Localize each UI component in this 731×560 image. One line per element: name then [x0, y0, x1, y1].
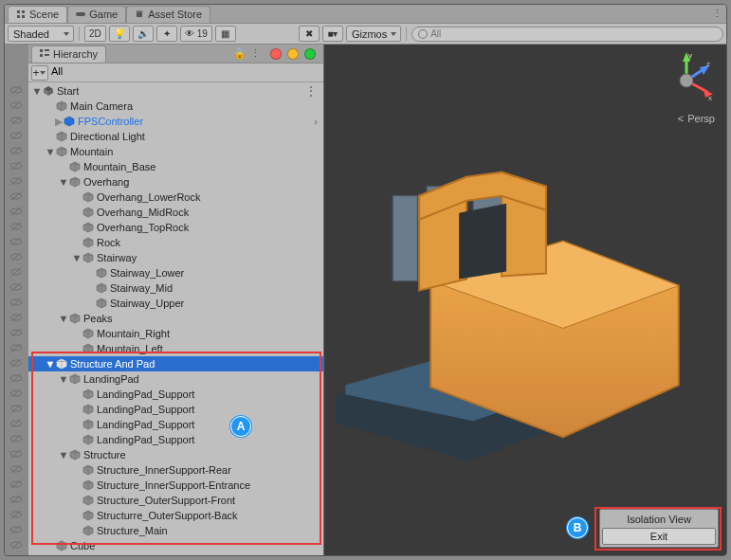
visibility-layers-button[interactable]: 👁 19 — [180, 26, 212, 42]
hierarchy-tab[interactable]: Hierarchy — [31, 45, 106, 63]
visibility-toggle[interactable] — [6, 492, 27, 507]
visibility-toggle[interactable] — [6, 386, 27, 401]
hierarchy-item[interactable]: ▼Structure — [28, 447, 323, 462]
hierarchy-item[interactable]: ▸Overhang_LowerRock — [28, 190, 323, 205]
hierarchy-item[interactable]: ▸LandingPad_Support — [28, 402, 323, 417]
visibility-toggle[interactable] — [6, 507, 27, 522]
hierarchy-item[interactable]: ▸Directional Light — [28, 129, 323, 144]
hierarchy-item[interactable]: ▸▶FPSController› — [28, 114, 323, 129]
visibility-toggle[interactable] — [6, 431, 27, 446]
expand-arrow-icon[interactable]: ▼ — [32, 85, 42, 97]
expand-arrow-icon[interactable]: ▼ — [46, 146, 55, 157]
hierarchy-item[interactable]: ▼Structure And Pad — [28, 356, 323, 371]
visibility-toggle[interactable] — [6, 173, 27, 189]
visibility-toggle[interactable] — [6, 461, 27, 477]
expand-arrow-icon[interactable]: ▼ — [59, 176, 68, 188]
close-window-button[interactable] — [270, 48, 282, 60]
hierarchy-item[interactable]: ▸Structure_Main — [28, 523, 323, 538]
visibility-toggle[interactable] — [6, 234, 27, 249]
hierarchy-item[interactable]: ▸Mountain_Right — [28, 326, 323, 341]
visibility-toggle[interactable] — [6, 325, 27, 340]
tab-asset-store[interactable]: Asset Store — [126, 6, 210, 23]
visibility-toggle[interactable] — [6, 537, 27, 552]
expand-arrow-icon[interactable]: ▼ — [59, 449, 68, 461]
visibility-toggle[interactable] — [6, 158, 27, 173]
hierarchy-item[interactable]: ▸Stairway_Lower — [28, 265, 323, 280]
visibility-toggle[interactable] — [6, 189, 27, 204]
hierarchy-item[interactable]: ▸Stairway_Mid — [28, 280, 323, 296]
hierarchy-item[interactable]: ▸LandingPad_Support — [28, 417, 323, 432]
expand-arrow-icon[interactable]: ▼ — [59, 313, 68, 324]
visibility-toggle[interactable] — [6, 280, 27, 295]
shading-mode-dropdown[interactable]: Shaded — [8, 26, 74, 42]
visibility-toggle[interactable] — [6, 264, 27, 280]
visibility-toggle[interactable] — [6, 477, 27, 492]
visibility-toggle[interactable] — [6, 522, 27, 537]
fx-dropdown[interactable]: ✦ — [156, 26, 177, 42]
visibility-toggle[interactable] — [6, 82, 27, 98]
visibility-toggle[interactable] — [6, 249, 27, 264]
hierarchy-item[interactable]: ▼Overhang — [28, 174, 323, 190]
visibility-toggle[interactable] — [6, 128, 27, 143]
hierarchy-item[interactable]: ▸Overhang_TopRock — [28, 220, 323, 235]
grid-toggle-button[interactable]: ▦ — [215, 26, 236, 42]
hierarchy-item[interactable]: ▸Cube — [28, 538, 323, 553]
hierarchy-item[interactable]: ▸Main Camera — [28, 99, 323, 114]
camera-projection-label[interactable]: Persp — [678, 113, 715, 124]
scene-search-input[interactable]: All — [411, 27, 723, 42]
tab-game[interactable]: Game — [67, 6, 126, 23]
toggle-2d-button[interactable]: 2D — [84, 26, 106, 42]
orientation-gizmo[interactable]: y x z — [658, 52, 715, 109]
scene-viewport[interactable]: y x z Persp Isolation View Exit B — [324, 45, 726, 555]
context-menu-icon[interactable]: ⋮ — [304, 83, 323, 99]
hierarchy-item[interactable]: ▸Overhang_MidRock — [28, 205, 323, 220]
visibility-toggle[interactable] — [6, 370, 27, 386]
hierarchy-tree[interactable]: ▼Start⋮▸Main Camera▸▶FPSController›▸Dire… — [28, 82, 323, 555]
hierarchy-add-button[interactable]: + — [31, 65, 48, 81]
toggle-lighting-button[interactable]: 💡 — [109, 26, 130, 42]
maximize-window-button[interactable] — [304, 48, 316, 60]
chevron-right-icon[interactable]: › — [314, 116, 323, 127]
expand-arrow-icon[interactable]: ▼ — [46, 358, 55, 370]
toggle-audio-button[interactable]: 🔊 — [133, 26, 154, 42]
hierarchy-item[interactable]: ▸Rock — [28, 235, 323, 250]
visibility-toggle[interactable] — [6, 295, 27, 310]
visibility-toggle[interactable] — [6, 416, 27, 431]
tools-button[interactable]: ✖ — [299, 26, 320, 42]
hierarchy-item[interactable]: ▼LandingPad — [28, 371, 323, 387]
visibility-toggle[interactable] — [6, 340, 27, 355]
hierarchy-item[interactable]: ▸Structure_OuterSupport-Front — [28, 493, 323, 508]
minimize-window-button[interactable] — [287, 48, 299, 60]
expand-arrow-icon[interactable]: ▼ — [72, 252, 82, 263]
hierarchy-item[interactable]: ▸LandingPad_Support — [28, 432, 323, 447]
visibility-toggle[interactable] — [6, 113, 27, 128]
gizmos-dropdown[interactable]: Gizmos — [346, 26, 401, 42]
visibility-toggle[interactable] — [6, 446, 27, 461]
hierarchy-item[interactable]: ▼Mountain — [28, 144, 323, 159]
visibility-toggle[interactable] — [6, 355, 27, 370]
hierarchy-item[interactable]: ▸Stairway_Upper — [28, 296, 323, 311]
tabs-context-menu[interactable]: ⋮ — [707, 8, 726, 20]
camera-dropdown[interactable]: ■▾ — [322, 26, 343, 42]
lock-icon[interactable]: 🔒 — [232, 47, 247, 60]
visibility-toggle[interactable] — [6, 98, 27, 113]
visibility-toggle[interactable] — [6, 401, 27, 416]
hierarchy-item[interactable]: ▸Mountain_Left — [28, 341, 323, 356]
hierarchy-item[interactable]: ▸Mountain_Base — [28, 159, 323, 174]
hierarchy-item[interactable]: ▸Structure_InnerSupport-Rear — [28, 462, 323, 478]
isolation-exit-button[interactable]: Exit — [602, 528, 716, 545]
tab-scene[interactable]: Scene — [8, 6, 67, 23]
visibility-toggle[interactable] — [6, 204, 27, 219]
hierarchy-search-input[interactable]: All — [51, 65, 63, 80]
hierarchy-item[interactable]: ▼Stairway — [28, 250, 323, 265]
scene-root-row[interactable]: ▼Start⋮ — [28, 83, 323, 99]
panel-context-menu[interactable]: ⋮ — [247, 47, 263, 60]
visibility-toggle[interactable] — [6, 219, 27, 234]
hierarchy-item[interactable]: ▸Structure_InnerSupport-Entrance — [28, 478, 323, 493]
visibility-toggle[interactable] — [6, 310, 27, 325]
hierarchy-item[interactable]: ▸Structurre_OuterSupport-Back — [28, 508, 323, 523]
expand-arrow-icon[interactable]: ▼ — [59, 373, 68, 385]
visibility-toggle[interactable] — [6, 143, 27, 158]
hierarchy-item[interactable]: ▸LandingPad_Support — [28, 387, 323, 402]
hierarchy-item[interactable]: ▼Peaks — [28, 311, 323, 326]
